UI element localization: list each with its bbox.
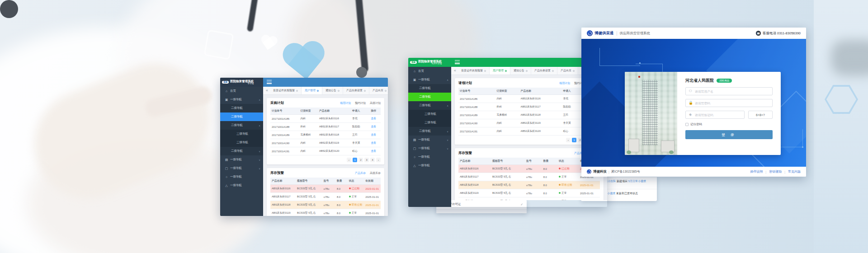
table-cell: 20171001A188 <box>458 103 495 111</box>
tree <box>627 150 631 154</box>
table-row: 20171001A190内科AB52床头柜0119李天翼查看 <box>270 139 381 147</box>
sidebar-item[interactable]: ▣一级导航∧ <box>408 75 451 84</box>
tab-3[interactable]: 产品分类设置 <box>343 87 369 94</box>
remember-checkbox[interactable] <box>685 123 689 126</box>
tab-2[interactable]: 通知公告 <box>322 87 343 94</box>
plan-table: 计划单号订货科室产品名称申请人操作20171001A186内科AB52床头柜01… <box>270 108 381 155</box>
card-header-link[interactable]: 领用计划 <box>340 101 351 105</box>
column-header: 状态 <box>557 158 579 165</box>
tab-0[interactable]: 资质证件效期预警 <box>270 87 302 94</box>
card-header-link[interactable]: 领用计划 <box>559 81 570 85</box>
footer-link[interactable]: 常见问题 <box>788 169 801 174</box>
prev-page-button[interactable]: ‹ <box>566 138 571 142</box>
username-input[interactable] <box>694 89 769 94</box>
circuit-dot <box>802 146 803 148</box>
table-cell: 20171001A188 <box>270 123 299 131</box>
view-link[interactable]: 查看 <box>371 150 377 152</box>
view-link[interactable]: 查看 <box>371 117 377 120</box>
tab-1[interactable]: 用户管理 <box>302 87 322 94</box>
menu-toggle-icon[interactable] <box>455 60 460 64</box>
login-button[interactable]: 登 录 <box>685 130 773 139</box>
captcha-input[interactable] <box>694 113 741 117</box>
tab-3[interactable]: 产品分类设置 <box>531 67 557 75</box>
view-link[interactable]: 查看 <box>371 133 377 136</box>
status-cell: 正常 <box>557 197 579 201</box>
brand-logo-icon <box>587 30 593 36</box>
sidebar-item[interactable]: ▢一级导航∨ <box>220 164 263 173</box>
sidebar-item[interactable]: 三级导航 <box>408 118 451 127</box>
table-cell: AB52床头柜0120 <box>318 147 351 155</box>
sidebar-item[interactable]: △一级导航 <box>408 161 451 170</box>
hospital-name: 河北省人民医院 <box>685 78 714 84</box>
column-header: 计划单号 <box>270 108 299 115</box>
sidebar-item[interactable]: 二级导航∧ <box>408 101 451 110</box>
view-link[interactable]: 查看 <box>371 141 377 144</box>
sidebar-item[interactable]: △一级导航 <box>220 181 263 190</box>
status-dot-icon <box>349 204 351 206</box>
sidebar-item[interactable]: ▢一级导航∨ <box>408 144 451 153</box>
sidebar-item[interactable]: 三级导航 <box>220 130 263 138</box>
page-button[interactable]: 2 <box>359 158 363 162</box>
table-row: 20171001A190内科AB52床头柜0119李天翼查看 <box>458 119 600 127</box>
captcha-question[interactable]: 6+8=? <box>748 111 773 119</box>
table-row: 20171001A186内科AB52床头柜0116李现查看 <box>270 115 381 123</box>
sidebar-item[interactable]: 二级导航∨ <box>408 127 451 136</box>
footer-link[interactable]: 密钥驱动 <box>769 169 782 174</box>
tab-4[interactable]: 产品出库 <box>557 67 578 75</box>
admin-logo-block: 博健 医院物资管理系统 管理端 <box>220 78 263 87</box>
sidebar-item[interactable]: ⌂首页 <box>220 87 263 95</box>
table-cell: 8.0 <box>542 173 557 181</box>
right-background-band <box>814 0 868 253</box>
tab-1[interactable]: 用户管理 <box>490 67 510 75</box>
page-button[interactable]: 1 <box>572 138 576 142</box>
menu-toggle-icon[interactable] <box>267 80 272 84</box>
sidebar-item[interactable]: 二级导航 <box>408 93 451 101</box>
password-input[interactable] <box>694 101 769 105</box>
sidebar-item[interactable]: ▤一级导航∨ <box>408 136 451 144</box>
table-cell: 8.0 <box>335 193 348 201</box>
card-header-link[interactable]: 预约计划 <box>355 101 366 105</box>
sidebar-item[interactable]: ○一级导航 <box>408 153 451 161</box>
sidebar-item-icon: ○ <box>413 155 416 159</box>
collapse-tabs-icon[interactable]: « <box>266 88 268 93</box>
sidebar-item[interactable]: 三级导航 <box>408 110 451 118</box>
table-cell: 20171001A191 <box>458 127 495 136</box>
table-cell: BC533型 5孔 右 <box>296 193 322 201</box>
action-cell: 查看 <box>370 147 381 155</box>
tab-2[interactable]: 通知公告 <box>510 67 531 75</box>
card-header-link[interactable]: 高值库存 <box>370 171 381 175</box>
sidebar-item[interactable]: ○一级导航 <box>220 173 263 181</box>
card-header-link[interactable]: 产品库存 <box>355 171 366 175</box>
table-cell: BC533型 5孔 右 <box>491 165 525 173</box>
prev-page-button[interactable]: ‹ <box>347 158 351 162</box>
footer-link-separator: | <box>784 170 785 173</box>
table-row: ABS床头柜0120BC533型 5孔 右o78o8.0正常2025-01-01 <box>458 197 600 201</box>
sidebar-item-label: 一级导航 <box>418 138 430 142</box>
page-button[interactable]: 1 <box>353 158 357 162</box>
page-button[interactable]: 3 <box>364 158 369 162</box>
portal-system-name: 供应商供货管理系统 <box>620 31 651 36</box>
next-page-button[interactable]: › <box>376 158 381 162</box>
sidebar-item[interactable]: 三级导航 <box>220 138 263 147</box>
sidebar-item[interactable]: 二级导航∨ <box>220 147 263 155</box>
collapse-tabs-icon[interactable]: « <box>454 68 456 73</box>
footer-link[interactable]: 操作说明 <box>750 169 763 174</box>
sidebar-item[interactable]: ▤一级导航∨ <box>220 155 263 164</box>
sidebar-item[interactable]: 二级导航∧ <box>220 121 263 130</box>
card-header-link[interactable]: 高值计划 <box>370 101 381 105</box>
sidebar-item[interactable]: 二级导航 <box>408 84 451 93</box>
sidebar-item[interactable]: ▣一级导航∧ <box>220 95 263 104</box>
page-button[interactable]: 4 <box>370 158 375 162</box>
tab-4[interactable]: 产品出库 <box>369 87 388 94</box>
tab-status-dot <box>573 70 575 72</box>
tab-0[interactable]: 资质证件效期预警 <box>458 67 490 75</box>
view-link[interactable]: 查看 <box>371 125 377 128</box>
table-cell: 内科 <box>299 115 317 123</box>
sidebar-item[interactable]: 二级导航 <box>220 112 263 121</box>
sidebar-item[interactable]: ⌂首页 <box>408 67 451 75</box>
feed-link[interactable]: 5月日常小需求 <box>628 180 646 183</box>
table-cell: 8.0 <box>335 185 348 193</box>
table-cell: BC533型 5孔 右 <box>491 173 525 181</box>
sidebar-item[interactable]: 二级导航 <box>220 104 263 112</box>
tab-status-dot <box>338 90 340 92</box>
